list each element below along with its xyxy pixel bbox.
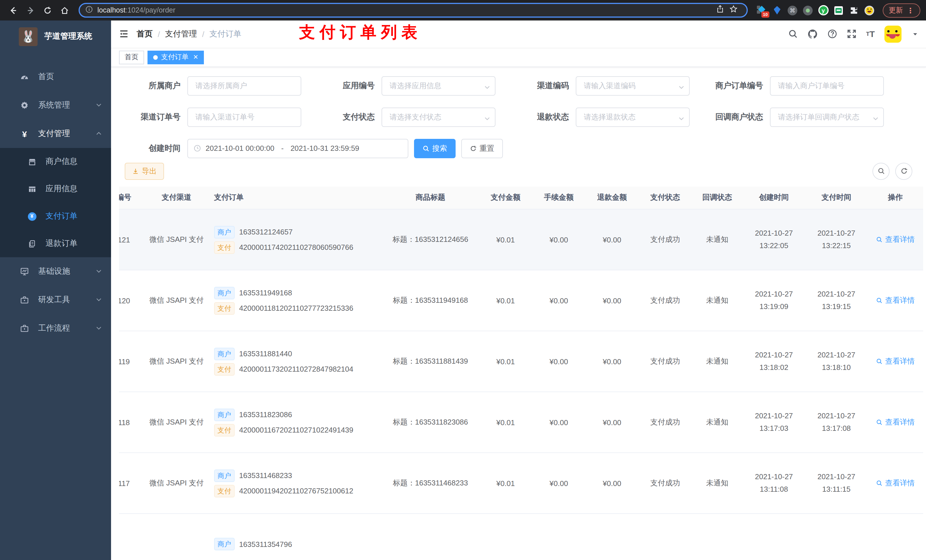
refresh-button[interactable] <box>895 163 912 180</box>
view-detail-link[interactable]: 查看详情 <box>876 234 915 245</box>
pay-status-select[interactable] <box>381 107 495 127</box>
cell-pay-status: 支付成功 <box>639 453 692 514</box>
chevron-up-icon <box>96 129 102 138</box>
search-icon[interactable] <box>788 29 797 39</box>
cell-fee: ¥0.00 <box>532 209 586 270</box>
extension-record-icon[interactable] <box>803 5 813 15</box>
reload-icon[interactable] <box>40 3 54 18</box>
pay-tag: 支付 <box>214 241 235 254</box>
search-button[interactable]: 搜索 <box>414 139 455 158</box>
merchant-input[interactable] <box>188 76 301 95</box>
fullscreen-icon[interactable] <box>847 29 856 39</box>
pay-order-no: 4200001173202110272847982104 <box>239 365 353 373</box>
view-detail-link[interactable]: 查看详情 <box>876 417 915 427</box>
app-id-select[interactable] <box>381 76 495 95</box>
cell-refund: ¥0.00 <box>586 453 639 514</box>
profile-emoji-icon[interactable] <box>864 5 875 15</box>
sidebar-item-home[interactable]: 首页 <box>0 63 111 91</box>
home-icon[interactable] <box>57 3 72 18</box>
site-info-icon[interactable] <box>85 5 93 15</box>
view-detail-link[interactable]: 查看详情 <box>876 295 915 306</box>
payment-submenu: 商户信息 应用信息 ¥ 支付订单 <box>0 148 111 257</box>
date-range-input[interactable]: 2021-10-01 00:00:00 - 2021-10-31 23:59:5… <box>188 139 409 158</box>
cell-fee <box>532 514 586 560</box>
extensions-puzzle-icon[interactable] <box>849 5 859 15</box>
tab-home[interactable]: 首页 <box>119 50 144 64</box>
view-detail-link[interactable]: 查看详情 <box>876 356 915 367</box>
cell-id: 117 <box>119 453 145 514</box>
table-row: 120微信 JSAPI 支付商户1635311949168支付420000118… <box>119 270 923 331</box>
merchant-order-no-input[interactable] <box>770 76 884 95</box>
briefcase-icon <box>20 324 29 333</box>
user-avatar[interactable] <box>884 26 902 43</box>
merchant-tag: 商户 <box>214 347 235 360</box>
browser-update-button[interactable]: 更新⋮ <box>882 3 920 17</box>
refund-status-select[interactable] <box>576 107 690 127</box>
breadcrumb-pay-mgmt[interactable]: 支付管理 <box>165 29 197 39</box>
cell-created-time <box>743 514 805 560</box>
github-icon[interactable] <box>807 29 817 39</box>
logo-rabbit-image: 🐰 <box>19 27 38 46</box>
cell-paid-time: 2021-10-2713:19:15 <box>805 270 868 331</box>
sidebar-item-infrastructure[interactable]: 基础设施 <box>0 257 111 286</box>
back-icon[interactable] <box>6 3 21 18</box>
channel-order-no-input[interactable] <box>188 107 301 127</box>
cell-notify-status: 未通知 <box>691 209 743 270</box>
cell-title: 标题：1635311823086 <box>382 392 479 453</box>
cell-order-no: 商户1635311468233支付42000011942021102767521… <box>209 453 382 514</box>
cell-pay-status <box>639 514 692 560</box>
toggle-search-button[interactable] <box>873 163 890 180</box>
sidebar-item-app-info[interactable]: 应用信息 <box>0 175 111 202</box>
sidebar-toggle-icon[interactable] <box>119 29 129 39</box>
cell-title: 标题：1635312124656 <box>382 209 479 270</box>
cell-title <box>382 514 479 560</box>
extension-command-icon[interactable]: ⌘ <box>787 5 797 15</box>
forward-icon[interactable] <box>23 3 38 18</box>
sidebar-item-merchant-info[interactable]: 商户信息 <box>0 148 111 175</box>
filter-merchant-order-no: 商户订单编号 <box>701 76 895 95</box>
table-row: 117微信 JSAPI 支付商户1635311468233支付420000119… <box>119 453 923 514</box>
help-icon[interactable] <box>827 29 837 39</box>
cell-paid-time: 2021-10-2713:22:15 <box>805 209 868 270</box>
breadcrumb-home[interactable]: 首页 <box>137 29 153 39</box>
cell-action <box>868 514 923 560</box>
active-dot-icon <box>153 55 158 59</box>
extension-y-icon[interactable]: y <box>818 5 828 15</box>
cell-fee: ¥0.00 <box>532 453 586 514</box>
merchant-tag: 商户 <box>214 469 235 482</box>
extension-blue-diamond-icon[interactable]: 10 <box>757 5 767 15</box>
cell-action: 查看详情 <box>868 453 923 514</box>
reset-button[interactable]: 重置 <box>461 139 503 158</box>
sidebar-item-system[interactable]: 系统管理 <box>0 91 111 119</box>
bookmark-star-icon[interactable] <box>729 5 737 15</box>
sidebar-item-pay-order[interactable]: ¥ 支付订单 <box>0 202 111 230</box>
browser-toolbar: localhost:1024/pay/order 10 ⌘ y 更 <box>0 0 926 21</box>
sidebar-item-workflow[interactable]: 工作流程 <box>0 314 111 343</box>
sidebar-item-payment[interactable]: ¥ 支付管理 <box>0 119 111 148</box>
share-icon[interactable] <box>716 5 723 15</box>
table-row: 商户1635311354796 <box>119 514 923 560</box>
tab-pay-order[interactable]: 支付订单 ✕ <box>147 50 204 64</box>
view-detail-link[interactable]: 查看详情 <box>876 478 915 488</box>
sidebar-item-refund-order[interactable]: 退款订单 <box>0 230 111 257</box>
address-bar[interactable]: localhost:1024/pay/order <box>79 3 747 18</box>
notify-status-select[interactable] <box>770 107 884 127</box>
pay-order-no: 4200001181202110277723215336 <box>239 304 353 312</box>
app-title: 芋道管理系统 <box>44 31 92 42</box>
extension-gem-icon[interactable] <box>772 5 782 15</box>
channel-code-select[interactable] <box>576 76 690 95</box>
export-button[interactable]: 导出 <box>125 163 164 180</box>
table-row: 121微信 JSAPI 支付商户1635312124657支付420000117… <box>119 209 923 270</box>
app-logo[interactable]: 🐰 芋道管理系统 <box>0 21 111 52</box>
extension-chat-icon[interactable] <box>834 5 844 15</box>
browser-menu-icon[interactable]: ⋮ <box>907 6 914 15</box>
close-tab-icon[interactable]: ✕ <box>193 53 198 61</box>
cell-action: 查看详情 <box>868 209 923 270</box>
cell-order-no: 商户1635312124657支付42000011742021102780605… <box>209 209 382 270</box>
tags-view-bar: 首页 支付订单 ✕ <box>111 48 926 67</box>
user-menu-caret-icon[interactable] <box>912 31 918 37</box>
font-size-icon[interactable]: TT <box>866 29 875 39</box>
yen-circle-icon: ¥ <box>27 212 36 220</box>
sidebar-item-dev-tools[interactable]: 研发工具 <box>0 286 111 314</box>
cell-id: 119 <box>119 331 145 392</box>
